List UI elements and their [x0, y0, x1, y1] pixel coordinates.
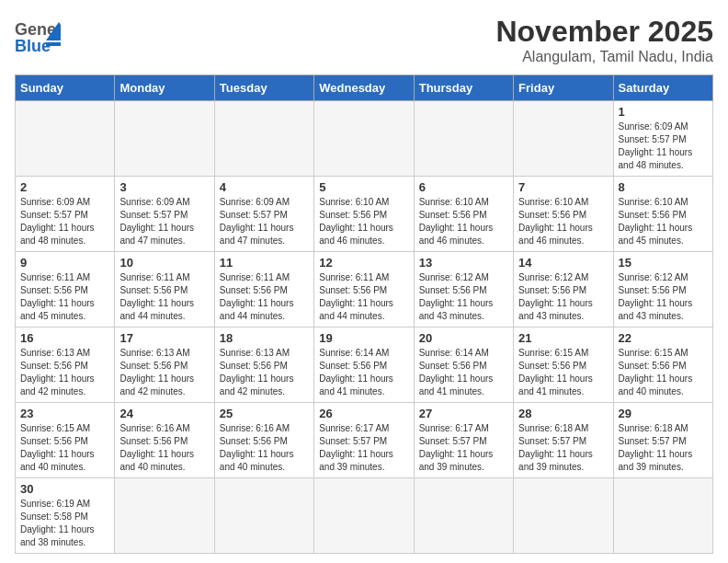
day-info: Sunrise: 6:18 AM Sunset: 5:57 PM Dayligh… [619, 422, 708, 474]
calendar-cell [16, 101, 115, 177]
day-info: Sunrise: 6:10 AM Sunset: 5:56 PM Dayligh… [319, 196, 408, 247]
calendar-cell: 20Sunrise: 6:14 AM Sunset: 5:56 PM Dayli… [414, 327, 513, 403]
day-number: 9 [20, 256, 109, 270]
day-number: 29 [619, 407, 708, 420]
day-number: 3 [119, 180, 209, 194]
calendar-cell: 14Sunrise: 6:12 AM Sunset: 5:56 PM Dayli… [514, 252, 613, 327]
day-info: Sunrise: 6:09 AM Sunset: 5:57 PM Dayligh… [220, 196, 309, 247]
day-number: 7 [518, 180, 608, 194]
day-info: Sunrise: 6:09 AM Sunset: 5:57 PM Dayligh… [20, 196, 109, 247]
calendar-cell: 6Sunrise: 6:10 AM Sunset: 5:56 PM Daylig… [414, 177, 513, 252]
title-section: November 2025 Alangulam, Tamil Nadu, Ind… [495, 15, 713, 65]
day-number: 19 [319, 331, 408, 345]
day-info: Sunrise: 6:18 AM Sunset: 5:57 PM Dayligh… [518, 422, 608, 474]
calendar-cell [115, 478, 214, 554]
day-number: 14 [518, 256, 608, 270]
calendar-cell: 11Sunrise: 6:11 AM Sunset: 5:56 PM Dayli… [214, 252, 313, 327]
calendar-week-2: 2Sunrise: 6:09 AM Sunset: 5:57 PM Daylig… [16, 177, 713, 252]
calendar-cell: 13Sunrise: 6:12 AM Sunset: 5:56 PM Dayli… [414, 252, 513, 327]
logo-icon: General Blue [15, 15, 61, 55]
weekday-header-wednesday: Wednesday [314, 75, 414, 101]
calendar-week-6: 30Sunrise: 6:19 AM Sunset: 5:58 PM Dayli… [16, 478, 713, 554]
calendar-cell: 15Sunrise: 6:12 AM Sunset: 5:56 PM Dayli… [613, 252, 712, 327]
calendar-cell: 23Sunrise: 6:15 AM Sunset: 5:56 PM Dayli… [16, 403, 115, 478]
calendar-cell [214, 101, 313, 177]
weekday-header-thursday: Thursday [414, 75, 513, 101]
calendar-cell: 8Sunrise: 6:10 AM Sunset: 5:56 PM Daylig… [613, 177, 712, 252]
calendar-cell: 5Sunrise: 6:10 AM Sunset: 5:56 PM Daylig… [314, 177, 414, 252]
day-number: 27 [419, 407, 508, 420]
calendar-cell: 17Sunrise: 6:13 AM Sunset: 5:56 PM Dayli… [115, 327, 214, 403]
day-info: Sunrise: 6:11 AM Sunset: 5:56 PM Dayligh… [220, 271, 309, 323]
day-number: 26 [319, 407, 408, 420]
calendar-cell [314, 478, 414, 554]
calendar-cell: 2Sunrise: 6:09 AM Sunset: 5:57 PM Daylig… [16, 177, 115, 252]
calendar-week-4: 16Sunrise: 6:13 AM Sunset: 5:56 PM Dayli… [16, 327, 713, 403]
calendar-cell: 12Sunrise: 6:11 AM Sunset: 5:56 PM Dayli… [314, 252, 414, 327]
calendar-week-3: 9Sunrise: 6:11 AM Sunset: 5:56 PM Daylig… [16, 252, 713, 327]
calendar-cell [115, 101, 214, 177]
day-info: Sunrise: 6:11 AM Sunset: 5:56 PM Dayligh… [20, 271, 109, 323]
calendar-cell: 30Sunrise: 6:19 AM Sunset: 5:58 PM Dayli… [16, 478, 115, 554]
day-number: 16 [20, 331, 109, 345]
calendar-week-1: 1Sunrise: 6:09 AM Sunset: 5:57 PM Daylig… [16, 101, 713, 177]
calendar-cell [613, 478, 712, 554]
day-number: 12 [319, 256, 408, 270]
weekday-header-friday: Friday [514, 75, 613, 101]
day-info: Sunrise: 6:11 AM Sunset: 5:56 PM Dayligh… [319, 271, 408, 323]
svg-text:Blue: Blue [15, 37, 51, 55]
day-number: 25 [220, 407, 309, 420]
day-info: Sunrise: 6:12 AM Sunset: 5:56 PM Dayligh… [619, 271, 708, 323]
calendar-week-5: 23Sunrise: 6:15 AM Sunset: 5:56 PM Dayli… [16, 403, 713, 478]
day-info: Sunrise: 6:14 AM Sunset: 5:56 PM Dayligh… [319, 347, 408, 398]
day-info: Sunrise: 6:11 AM Sunset: 5:56 PM Dayligh… [119, 271, 209, 323]
location-title: Alangulam, Tamil Nadu, India [495, 49, 713, 65]
calendar-cell [314, 101, 414, 177]
calendar-cell: 18Sunrise: 6:13 AM Sunset: 5:56 PM Dayli… [214, 327, 313, 403]
day-info: Sunrise: 6:17 AM Sunset: 5:57 PM Dayligh… [319, 422, 408, 474]
day-info: Sunrise: 6:17 AM Sunset: 5:57 PM Dayligh… [419, 422, 508, 474]
day-number: 2 [20, 180, 109, 194]
day-number: 17 [119, 331, 209, 345]
calendar-cell: 21Sunrise: 6:15 AM Sunset: 5:56 PM Dayli… [514, 327, 613, 403]
day-info: Sunrise: 6:10 AM Sunset: 5:56 PM Dayligh… [518, 196, 608, 247]
calendar-cell: 28Sunrise: 6:18 AM Sunset: 5:57 PM Dayli… [514, 403, 613, 478]
calendar-cell: 25Sunrise: 6:16 AM Sunset: 5:56 PM Dayli… [214, 403, 313, 478]
day-number: 28 [518, 407, 608, 420]
calendar-cell: 4Sunrise: 6:09 AM Sunset: 5:57 PM Daylig… [214, 177, 313, 252]
calendar-cell: 27Sunrise: 6:17 AM Sunset: 5:57 PM Dayli… [414, 403, 513, 478]
day-info: Sunrise: 6:14 AM Sunset: 5:56 PM Dayligh… [419, 347, 508, 398]
weekday-header-saturday: Saturday [613, 75, 712, 101]
calendar-cell: 26Sunrise: 6:17 AM Sunset: 5:57 PM Dayli… [314, 403, 414, 478]
calendar-cell: 7Sunrise: 6:10 AM Sunset: 5:56 PM Daylig… [514, 177, 613, 252]
day-number: 10 [119, 256, 209, 270]
day-number: 6 [419, 180, 508, 194]
logo: General Blue [15, 15, 61, 55]
day-number: 20 [419, 331, 508, 345]
weekday-header-sunday: Sunday [16, 75, 115, 101]
day-number: 30 [20, 482, 109, 496]
day-info: Sunrise: 6:15 AM Sunset: 5:56 PM Dayligh… [518, 347, 608, 398]
calendar-cell [514, 101, 613, 177]
calendar-cell: 22Sunrise: 6:15 AM Sunset: 5:56 PM Dayli… [613, 327, 712, 403]
calendar-cell: 16Sunrise: 6:13 AM Sunset: 5:56 PM Dayli… [16, 327, 115, 403]
day-number: 5 [319, 180, 408, 194]
day-info: Sunrise: 6:13 AM Sunset: 5:56 PM Dayligh… [20, 347, 109, 398]
day-info: Sunrise: 6:12 AM Sunset: 5:56 PM Dayligh… [419, 271, 508, 323]
day-number: 21 [518, 331, 608, 345]
day-info: Sunrise: 6:09 AM Sunset: 5:57 PM Dayligh… [119, 196, 209, 247]
day-info: Sunrise: 6:13 AM Sunset: 5:56 PM Dayligh… [220, 347, 309, 398]
day-number: 11 [220, 256, 309, 270]
calendar-cell: 9Sunrise: 6:11 AM Sunset: 5:56 PM Daylig… [16, 252, 115, 327]
day-number: 13 [419, 256, 508, 270]
day-info: Sunrise: 6:10 AM Sunset: 5:56 PM Dayligh… [619, 196, 708, 247]
calendar-cell: 29Sunrise: 6:18 AM Sunset: 5:57 PM Dayli… [613, 403, 712, 478]
month-title: November 2025 [495, 15, 713, 49]
svg-rect-3 [46, 42, 61, 46]
day-number: 15 [619, 256, 708, 270]
calendar-cell [414, 101, 513, 177]
calendar-cell: 19Sunrise: 6:14 AM Sunset: 5:56 PM Dayli… [314, 327, 414, 403]
calendar-cell: 24Sunrise: 6:16 AM Sunset: 5:56 PM Dayli… [115, 403, 214, 478]
day-info: Sunrise: 6:09 AM Sunset: 5:57 PM Dayligh… [619, 121, 708, 172]
day-number: 24 [119, 407, 209, 420]
